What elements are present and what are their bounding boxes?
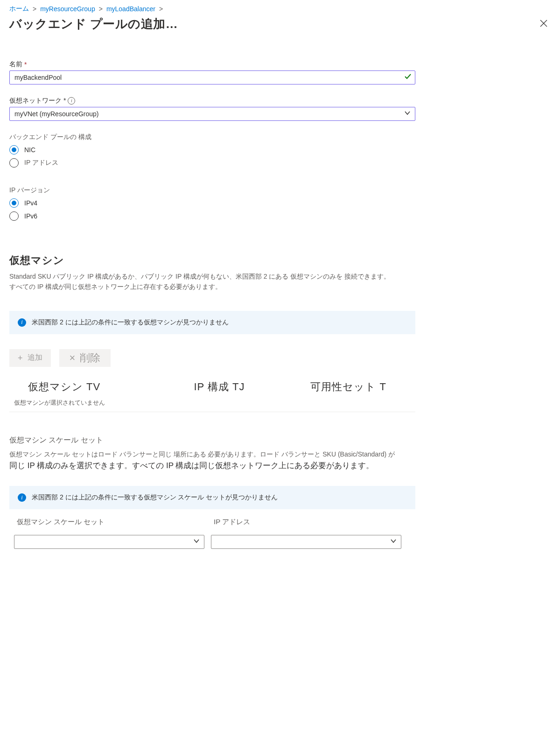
close-icon	[539, 19, 548, 29]
breadcrumb-sep: >	[33, 5, 36, 13]
vmss-desc: 仮想マシン スケール セットはロード バランサーと同じ 場所にある 必要がありま…	[9, 449, 415, 472]
pool-config-label: バックエンド プールの 構成	[9, 133, 415, 141]
vm-desc-line2: すべての IP 構成が同じ仮想ネットワーク上に存在する必要があります。	[9, 283, 222, 290]
radio-nic-label: NIC	[24, 146, 35, 154]
radio-nic[interactable]: NIC	[9, 145, 415, 154]
info-icon[interactable]: i	[68, 97, 75, 105]
vm-info-banner: i 米国西部 2 には上記の条件に一致する仮想マシンが見つかりません	[9, 311, 415, 334]
vm-table-empty: 仮想マシンが選択されていません	[9, 396, 415, 412]
column-ip-config[interactable]: IP 構成 TJ	[157, 378, 287, 396]
breadcrumb-load-balancer[interactable]: myLoadBalancer	[106, 5, 155, 13]
validation-check-icon	[404, 73, 412, 82]
name-label: 名前 *	[9, 60, 415, 69]
vm-table-header: 仮想マシン TV IP 構成 TJ 可用性セット T	[9, 378, 415, 396]
radio-ipv6[interactable]: IPv6	[9, 211, 415, 221]
delete-vm-button[interactable]: × 削除	[59, 349, 111, 367]
vnet-label-text: 仮想ネットワーク *	[9, 97, 66, 105]
vmss-info-banner: i 米国西部 2 には上記の条件に一致する仮想マシン スケール セットが見つかり…	[9, 486, 415, 509]
vmss-banner-text: 米国西部 2 には上記の条件に一致する仮想マシン スケール セットが見つかりませ…	[32, 493, 278, 502]
plus-icon: +	[18, 354, 23, 362]
radio-ipv6-label: IPv6	[24, 212, 37, 220]
radio-ip-address-label: IP アドレス	[24, 159, 58, 167]
add-vm-label: 追加	[28, 353, 42, 363]
vmss-desc-line1: 仮想マシン スケール セットはロード バランサーと同じ 場所にある 必要がありま…	[9, 450, 395, 458]
radio-ipv4-label: IPv4	[24, 199, 37, 207]
close-button[interactable]	[537, 16, 551, 32]
breadcrumb-home[interactable]: ホーム	[9, 5, 29, 13]
radio-icon	[9, 211, 19, 221]
radio-icon	[9, 145, 19, 154]
vnet-select-value: myVNet (myResourceGroup)	[14, 110, 99, 118]
breadcrumb-resource-group[interactable]: myResourceGroup	[40, 5, 95, 13]
vmss-section-title: 仮想マシン スケール セット	[9, 435, 415, 445]
info-icon: i	[18, 318, 26, 327]
vmss-ip-column-label: IP アドレス	[211, 513, 401, 533]
vm-banner-text: 米国西部 2 には上記の条件に一致する仮想マシンが見つかりません	[32, 318, 229, 327]
required-asterisk: *	[24, 61, 27, 68]
x-icon: ×	[70, 353, 76, 363]
radio-ip-address[interactable]: IP アドレス	[9, 158, 415, 168]
name-label-text: 名前	[9, 60, 22, 69]
ip-version-label: IP バージョン	[9, 186, 415, 195]
info-icon: i	[18, 493, 26, 502]
delete-vm-label: 削除	[80, 351, 100, 365]
radio-ipv4[interactable]: IPv4	[9, 198, 415, 208]
radio-icon	[9, 158, 19, 168]
vm-desc-line1: Standard SKU パブリック IP 構成があるか、パブリック IP 構成…	[9, 273, 390, 280]
breadcrumb-sep: >	[159, 5, 163, 13]
vmss-ip-select[interactable]	[211, 535, 401, 549]
name-input[interactable]	[9, 70, 415, 84]
vnet-label: 仮想ネットワーク * i	[9, 97, 415, 105]
column-vm[interactable]: 仮想マシン TV	[9, 378, 157, 396]
vm-section-title: 仮想マシン	[9, 253, 415, 267]
page-title: バックエンド プールの追加…	[9, 16, 178, 32]
vmss-desc-line2: 同じ IP 構成のみを選択できます。すべての IP 構成は同じ仮想ネットワーク上…	[9, 461, 374, 470]
column-availability-set[interactable]: 可用性セット T	[286, 378, 415, 396]
vm-desc: Standard SKU パブリック IP 構成があるか、パブリック IP 構成…	[9, 271, 415, 292]
breadcrumb: ホーム > myResourceGroup > myLoadBalancer >	[9, 5, 551, 13]
vnet-select[interactable]: myVNet (myResourceGroup)	[9, 107, 415, 121]
vmss-select[interactable]	[14, 535, 204, 549]
breadcrumb-sep: >	[99, 5, 103, 13]
radio-icon	[9, 198, 19, 208]
add-vm-button[interactable]: + 追加	[9, 349, 51, 367]
vmss-column-label: 仮想マシン スケール セット	[14, 513, 204, 533]
